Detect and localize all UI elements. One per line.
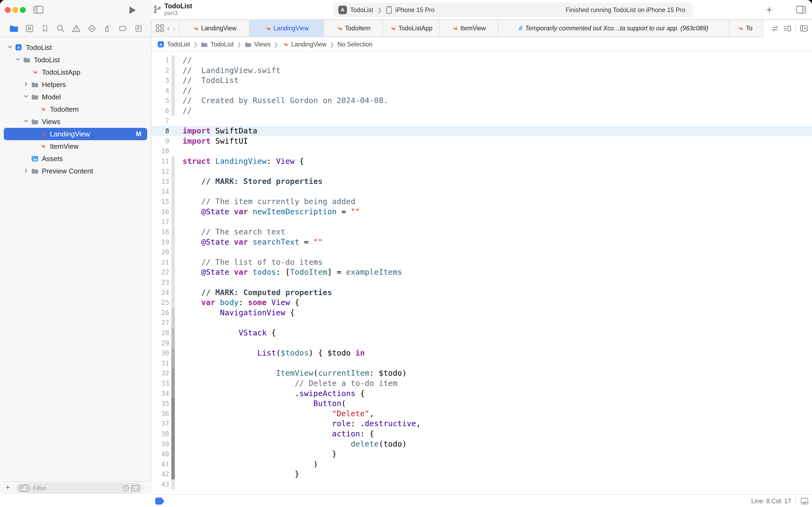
fold-ribbon[interactable] [171, 167, 175, 177]
sidebar-item-todolistapp[interactable]: TodoListApp [0, 66, 151, 78]
line-number[interactable]: 32 [152, 368, 169, 378]
issues-icon[interactable] [71, 23, 81, 33]
line-number[interactable]: 20 [152, 247, 169, 257]
line-number[interactable]: 39 [152, 439, 169, 449]
tab-5-itemview[interactable]: ItemView [439, 20, 499, 37]
debug-icon[interactable] [103, 23, 112, 33]
sidebar-item-todolist[interactable]: TodoList [0, 54, 151, 66]
line-number[interactable]: 10 [152, 146, 169, 156]
fold-ribbon[interactable] [171, 217, 175, 227]
minimize-button[interactable] [12, 7, 18, 13]
fold-ribbon[interactable] [171, 368, 175, 378]
back-chevron-icon[interactable]: ‹ [167, 23, 170, 33]
line-number[interactable]: 25 [152, 297, 169, 308]
line-number[interactable]: 18 [152, 227, 169, 237]
fold-ribbon[interactable] [171, 480, 175, 490]
source-control-icon[interactable] [25, 23, 35, 33]
right-sidebar-toggle-icon[interactable] [796, 5, 806, 14]
breadcrumb-item-todolist[interactable]: TodoList [201, 41, 234, 48]
line-number[interactable]: 13 [152, 176, 169, 187]
document-items-grid-icon[interactable] [156, 24, 164, 32]
line-number[interactable]: 21 [152, 257, 169, 268]
line-number[interactable]: 11 [152, 156, 169, 167]
activity-view[interactable]: A TodoList ❯ iPhone 15 Pro Finished runn… [333, 3, 693, 17]
filter-menu-icon[interactable] [19, 485, 30, 492]
tab-6-temporarily-commente[interactable]: #Temporarily commented out Xco…ta suppor… [499, 20, 729, 37]
disclosure-chevron-icon[interactable] [7, 45, 13, 50]
fold-ribbon[interactable] [171, 106, 175, 116]
fold-ribbon[interactable] [171, 288, 175, 298]
filter-field[interactable]: Filter [16, 483, 143, 493]
fold-ribbon[interactable] [171, 267, 175, 277]
fold-ribbon[interactable] [171, 409, 175, 419]
line-number[interactable]: 16 [152, 207, 169, 217]
line-number[interactable]: 34 [152, 389, 169, 399]
breakpoints-icon[interactable] [118, 23, 128, 33]
tab-1-landingview[interactable]: LandingView [179, 20, 250, 37]
line-number[interactable]: 42 [152, 469, 169, 480]
source-control-summary[interactable]: TodoList part3 [153, 2, 192, 17]
breadcrumb-item-landingview[interactable]: LandingView [282, 41, 327, 48]
disclosure-chevron-icon[interactable] [15, 57, 21, 62]
line-number[interactable]: 29 [152, 338, 169, 348]
line-number[interactable]: 12 [152, 167, 169, 177]
fold-ribbon[interactable] [171, 227, 175, 237]
tests-icon[interactable] [87, 23, 97, 33]
fold-ribbon[interactable] [171, 55, 175, 65]
fold-ribbon[interactable] [171, 318, 175, 328]
fold-ribbon[interactable] [171, 207, 175, 217]
source-editor[interactable]: 1//2// LandingView.swift3// TodoList4//5… [152, 52, 812, 494]
line-number[interactable]: 43 [152, 480, 169, 490]
fold-ribbon[interactable] [171, 358, 175, 369]
line-number[interactable]: 19 [152, 237, 169, 247]
editor-layout-icon[interactable] [800, 497, 809, 505]
line-number[interactable]: 9 [152, 136, 169, 146]
line-number[interactable]: 2 [152, 65, 169, 76]
search-icon[interactable] [56, 23, 65, 33]
project-folder-icon[interactable] [9, 23, 19, 33]
disclosure-chevron-icon[interactable] [23, 119, 29, 124]
fold-ribbon[interactable] [171, 389, 175, 399]
plus-minus-box-icon[interactable] [131, 485, 139, 492]
fold-ribbon[interactable] [171, 449, 175, 459]
disclosure-chevron-icon[interactable] [23, 94, 29, 99]
line-number[interactable]: 35 [152, 398, 169, 409]
sidebar-item-model[interactable]: Model [0, 91, 151, 103]
fold-ribbon[interactable] [171, 459, 175, 469]
forward-chevron-icon[interactable]: › [173, 23, 176, 33]
scheme-selector[interactable]: A TodoList ❯ iPhone 15 Pro [333, 6, 434, 14]
fold-ribbon[interactable] [171, 156, 175, 167]
line-number[interactable]: 33 [152, 378, 169, 389]
close-button[interactable] [5, 7, 11, 13]
breadcrumb-item-todolist[interactable]: ATodoList [157, 41, 190, 48]
fold-ribbon[interactable] [171, 338, 175, 348]
sidebar-item-itemview[interactable]: ItemView [0, 140, 151, 153]
fold-ribbon[interactable] [171, 86, 175, 96]
fold-ribbon[interactable] [171, 439, 175, 449]
sidebar-item-assets[interactable]: Assets [0, 153, 151, 165]
fold-ribbon[interactable] [171, 469, 175, 480]
line-number[interactable]: 36 [152, 409, 169, 419]
fold-ribbon[interactable] [171, 247, 175, 257]
line-number[interactable]: 26 [152, 308, 169, 318]
disclosure-chevron-icon[interactable] [23, 168, 29, 173]
line-number[interactable]: 3 [152, 75, 169, 86]
line-number[interactable]: 7 [152, 116, 169, 126]
fold-ribbon[interactable] [171, 196, 175, 207]
run-button[interactable] [129, 6, 136, 14]
bookmark-icon[interactable] [40, 23, 50, 33]
tab-2-landingview[interactable]: LandingView [250, 20, 324, 37]
fold-ribbon[interactable] [171, 348, 175, 358]
line-number[interactable]: 1 [152, 55, 169, 65]
editor-options-icon[interactable] [783, 24, 792, 33]
recents-clock-icon[interactable] [122, 485, 129, 492]
fold-ribbon[interactable] [171, 65, 175, 76]
sidebar-item-todolist[interactable]: ATodoList [0, 41, 151, 54]
add-file-button[interactable]: + [5, 483, 10, 492]
line-number[interactable]: 5 [152, 96, 169, 106]
fold-ribbon[interactable] [171, 187, 175, 197]
fold-ribbon[interactable] [171, 328, 175, 338]
line-number[interactable]: 38 [152, 429, 169, 439]
tab-3-todoitem[interactable]: TodoItem [324, 20, 383, 37]
fold-ribbon[interactable] [171, 237, 175, 247]
